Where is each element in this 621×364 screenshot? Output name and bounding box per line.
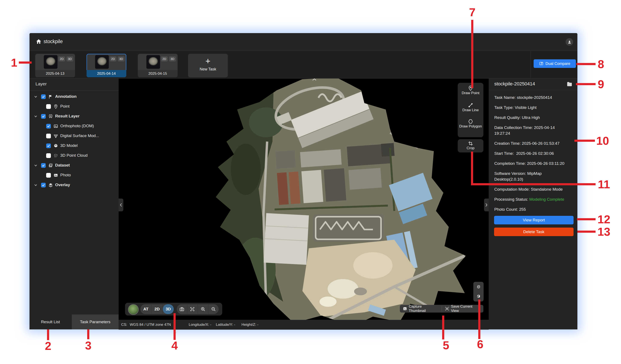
- fit-extent-button[interactable]: [187, 304, 198, 314]
- annotation-line-1: [19, 62, 32, 63]
- layer-label: Annotation: [55, 94, 76, 99]
- layer-label: Photo: [60, 173, 71, 177]
- collapse-left-handle[interactable]: [119, 199, 123, 211]
- capture-image-icon: [403, 307, 407, 311]
- layer-row-orthophoto[interactable]: Orthophoto (DOM): [30, 121, 119, 131]
- annotation-line-6: [478, 300, 480, 339]
- task-thumbnail: [146, 55, 160, 69]
- chevron-down-icon[interactable]: [34, 184, 37, 186]
- tab-task-parameters[interactable]: Task Parameters: [72, 315, 119, 329]
- photo-icon: [53, 173, 58, 178]
- layer-row-point[interactable]: Point: [30, 102, 119, 111]
- checkbox-result-layer[interactable]: [41, 114, 46, 119]
- annotation-line-12: [577, 218, 596, 220]
- task-card-2025-04-14-selected[interactable]: 2D 3D 2025-04-14: [86, 54, 126, 77]
- badge-2d: 2D: [58, 56, 65, 62]
- layer-row-result-layer[interactable]: Result Layer: [30, 111, 119, 121]
- new-task-label: New Task: [188, 67, 228, 72]
- strip-divider: [531, 51, 531, 78]
- field-computation-mode: Computation Mode: Standalone Mode: [494, 186, 574, 192]
- capture-thumbnail-button[interactable]: Capture Thumbnail: [400, 305, 442, 313]
- checkbox-annotation[interactable]: [41, 94, 46, 99]
- annotation-number-1: 1: [11, 56, 17, 69]
- user-avatar-icon[interactable]: [566, 38, 573, 46]
- mode-3d-button[interactable]: 3D: [163, 304, 174, 314]
- draw-line-label: Draw Line: [458, 108, 483, 112]
- collapse-up-icon[interactable]: [312, 79, 317, 81]
- basemap-thumbnail-button[interactable]: [128, 304, 139, 315]
- checkbox-point-cloud[interactable]: [46, 153, 51, 158]
- draw-point-button[interactable]: Draw Point: [458, 85, 483, 102]
- dual-compare-button[interactable]: Dual Compare: [534, 59, 576, 68]
- map-viewport[interactable]: [119, 79, 489, 329]
- view-report-button[interactable]: View Report: [494, 216, 573, 224]
- latitude-readout: Latitude/Y: -: [216, 323, 235, 327]
- save-current-view-label: Save Current View: [451, 304, 480, 313]
- layer-row-dsm[interactable]: Digital Surface Mod...: [30, 131, 119, 141]
- checkbox-point[interactable]: [46, 104, 51, 109]
- dual-compare-icon: [539, 62, 543, 66]
- badge-2d: 2D: [110, 56, 117, 62]
- zoom-in-button[interactable]: [198, 304, 208, 314]
- task-thumbnail-wrap: 2D 3D: [35, 54, 75, 70]
- annotation-line-11-horizontal: [471, 183, 596, 185]
- checkbox-dsm[interactable]: [46, 134, 51, 138]
- mode-at-button[interactable]: AT: [140, 304, 152, 314]
- zoom-out-button[interactable]: [208, 304, 219, 314]
- layer-row-photo[interactable]: Photo: [30, 170, 119, 180]
- crop-button[interactable]: Crop: [458, 139, 483, 152]
- map-action-group: [177, 304, 219, 314]
- layer-panel: Layer Annotation Point Result Layer Orth…: [30, 79, 119, 329]
- chevron-down-icon[interactable]: [34, 115, 37, 118]
- checkbox-orthophoto[interactable]: [46, 124, 51, 128]
- annotation-line-5: [442, 316, 444, 339]
- cs-label: CS:: [121, 323, 127, 327]
- folder-icon[interactable]: [567, 82, 572, 86]
- draw-polygon-button[interactable]: Draw Polygon: [458, 119, 483, 136]
- chevron-down-icon[interactable]: [34, 95, 37, 98]
- layer-row-3d-model[interactable]: 3D Model: [30, 141, 119, 151]
- tab-result-list[interactable]: Result List: [30, 315, 71, 329]
- layer-label: Point: [60, 104, 69, 109]
- save-current-view-button[interactable]: Save Current View: [442, 305, 483, 313]
- crs-selector[interactable]: WGS 84 / UTM zone 47N: [130, 323, 171, 327]
- checkbox-3d-model[interactable]: [46, 143, 51, 148]
- save-view-icon: [445, 307, 449, 311]
- result-badge-icon: [48, 114, 53, 119]
- screenshot-camera-button[interactable]: [177, 304, 187, 314]
- task-card-2025-04-15[interactable]: 2D 3D 2025-04-15: [138, 54, 178, 77]
- new-task-button[interactable]: + New Task: [188, 54, 228, 77]
- delete-task-button[interactable]: Delete Task: [494, 228, 573, 236]
- annotation-number-4: 4: [171, 339, 178, 352]
- layers-icon: [48, 183, 53, 188]
- draw-polygon-icon: [468, 119, 473, 124]
- crop-icon: [468, 141, 473, 146]
- checkbox-dataset[interactable]: [41, 163, 46, 168]
- collapse-right-handle[interactable]: [484, 199, 489, 211]
- layer-row-point-cloud[interactable]: 3D Point Cloud: [30, 151, 119, 160]
- home-icon[interactable]: [35, 38, 42, 45]
- checkbox-photo[interactable]: [46, 173, 51, 178]
- annotation-line-9: [576, 83, 596, 85]
- status-badge: Modeling Complete: [529, 197, 564, 202]
- point-cloud-icon: [53, 153, 58, 158]
- task-card-label: 2025-04-15: [138, 70, 178, 77]
- dual-compare-label: Dual Compare: [545, 62, 570, 66]
- task-card-2025-04-13[interactable]: 2D 3D 2025-04-13: [35, 54, 75, 77]
- layer-row-overlay[interactable]: Overlay: [30, 180, 119, 190]
- mode-2d-button[interactable]: 2D: [152, 304, 163, 314]
- textured-cube-button[interactable]: [474, 292, 483, 301]
- checkbox-overlay[interactable]: [41, 183, 46, 188]
- wireframe-cube-button[interactable]: [474, 283, 483, 291]
- draw-line-button[interactable]: Draw Line: [458, 102, 483, 120]
- layer-label: Result Layer: [55, 114, 80, 118]
- layer-row-annotation[interactable]: Annotation: [30, 92, 119, 102]
- field-software-version: Software Version: MipMap Desktop(2.0.10): [494, 171, 547, 182]
- chevron-down-icon[interactable]: [34, 164, 37, 167]
- field-task-name: Task Name: stockpile-20250414: [494, 95, 574, 100]
- divider: [30, 91, 119, 91]
- layer-row-dataset[interactable]: Dataset: [30, 160, 119, 170]
- task-card-label: 2025-04-14: [86, 70, 126, 77]
- screen: stockpile 2D 3D 2025-04-13 2D 3D 2025-04…: [0, 0, 621, 364]
- longitude-readout: Longitude/X: -: [189, 323, 211, 327]
